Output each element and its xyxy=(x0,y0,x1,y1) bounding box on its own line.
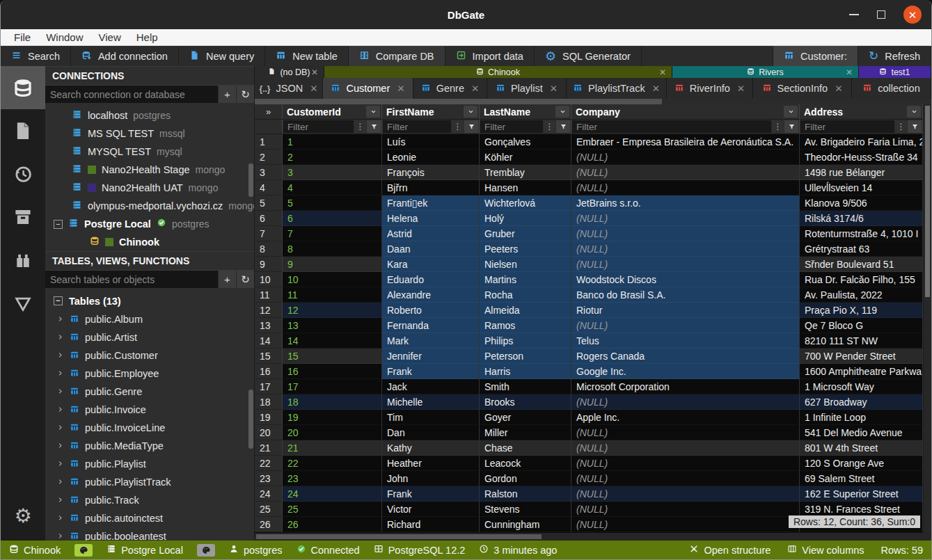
filter-funnel-button[interactable] xyxy=(367,120,381,133)
cell-company[interactable]: Banco do Brasil S.A. xyxy=(571,287,800,303)
close-icon[interactable]: ✕ xyxy=(652,83,660,94)
connections-search-input[interactable] xyxy=(45,86,218,103)
row-number[interactable]: 17 xyxy=(255,379,283,394)
close-icon[interactable]: ✕ xyxy=(471,83,479,94)
close-icon[interactable]: ✕ xyxy=(737,83,745,94)
cell-first[interactable]: Richard xyxy=(382,517,480,532)
cell-id[interactable]: 22 xyxy=(283,456,382,471)
statusbar-open-structure[interactable]: Open structure xyxy=(689,544,771,556)
table-item[interactable]: public.autoinctest xyxy=(45,509,254,527)
cell-address[interactable]: 541 Del Medio Avenue xyxy=(800,425,923,440)
column-header-customerid[interactable]: CustomerId xyxy=(283,104,382,119)
cell-id[interactable]: 5 xyxy=(283,195,382,211)
rail-history-icon[interactable] xyxy=(1,152,45,195)
cell-address[interactable]: Sřnder Boulevard 51 xyxy=(800,257,923,272)
cell-first[interactable]: Leonie xyxy=(382,150,480,165)
row-number[interactable]: 11 xyxy=(255,287,283,303)
filter-funnel-button[interactable] xyxy=(784,120,798,133)
cell-first[interactable]: John xyxy=(382,471,480,486)
connection-item[interactable]: MYSQL TESTmysql xyxy=(45,143,254,161)
cell-address[interactable]: Av. Brigadeiro Faria Lima, 2 xyxy=(800,134,923,150)
menu-window[interactable]: Window xyxy=(38,29,90,46)
row-number[interactable]: 23 xyxy=(255,471,283,486)
grid-vscrollbar-thumb[interactable] xyxy=(925,106,930,297)
row-number[interactable]: 24 xyxy=(255,486,283,502)
cell-id[interactable]: 3 xyxy=(283,165,382,180)
cell-last[interactable]: Peterson xyxy=(480,349,571,364)
cell-first[interactable]: Kathy xyxy=(382,440,480,456)
row-number[interactable]: 14 xyxy=(255,333,283,349)
table-item[interactable]: public.MediaType xyxy=(45,437,254,455)
cell-id[interactable]: 11 xyxy=(283,287,382,303)
cell-last[interactable]: Hansen xyxy=(480,180,571,195)
toolbar-add-connection-button[interactable]: Add connection xyxy=(71,46,179,66)
filter-funnel-button[interactable] xyxy=(556,120,570,133)
rail-triangle-icon[interactable] xyxy=(1,282,45,325)
cell-last[interactable]: Tremblay xyxy=(480,165,571,180)
connections-scrollbar[interactable] xyxy=(248,163,253,197)
cell-address[interactable]: Rua Dr. Falcăo Filho, 155 xyxy=(800,272,923,287)
close-icon[interactable]: ✕ xyxy=(835,83,842,94)
tab-scrollbar-thumb[interactable] xyxy=(255,99,662,104)
row-number[interactable]: 12 xyxy=(255,303,283,318)
tables-scrollbar[interactable] xyxy=(248,390,253,449)
rail-archive-icon[interactable] xyxy=(1,195,45,239)
tab-riverinfo[interactable]: RiverInfo✕ xyxy=(667,78,753,99)
cell-company[interactable]: (NULL) xyxy=(571,425,800,440)
row-number[interactable]: 16 xyxy=(255,364,283,379)
cell-first[interactable]: Jennifer xyxy=(382,349,480,364)
cell-company[interactable]: Rogers Canada xyxy=(571,349,800,364)
cell-first[interactable]: Frank xyxy=(382,486,480,502)
table-item[interactable]: public.Album xyxy=(45,310,254,328)
cell-address[interactable]: Rotenturmstraße 4, 1010 I xyxy=(800,226,923,241)
cell-id[interactable]: 24 xyxy=(283,486,382,502)
table-item[interactable]: public.PlaylistTrack xyxy=(45,473,254,491)
column-header-address[interactable]: Address xyxy=(800,104,923,119)
cell-id[interactable]: 21 xyxy=(283,440,382,456)
table-item[interactable]: public.Employee xyxy=(45,365,254,383)
connection-item[interactable]: Nano2Health Stagemongo xyxy=(45,161,254,179)
cell-id[interactable]: 12 xyxy=(283,303,382,318)
row-number[interactable]: 19 xyxy=(255,410,283,425)
tab-group-test1[interactable]: test1 xyxy=(859,66,931,78)
add-table-button[interactable]: + xyxy=(218,271,236,288)
cell-first[interactable]: François xyxy=(382,165,480,180)
cell-address[interactable]: Klanova 9/506 xyxy=(800,195,923,211)
cell-address[interactable]: Ullevĺlsveien 14 xyxy=(800,180,923,195)
connection-item[interactable]: localhostpostgres xyxy=(45,106,254,125)
cell-address[interactable]: 1 Microsoft Way xyxy=(800,379,923,394)
toolbar-customer--button[interactable]: Customer: xyxy=(773,46,858,66)
cell-company[interactable]: (NULL) xyxy=(571,440,800,456)
cell-id[interactable]: 14 xyxy=(283,333,382,349)
cell-company[interactable]: (NULL) xyxy=(571,471,800,486)
grid-hscrollbar-thumb[interactable] xyxy=(256,534,542,539)
toolbar-import-data-button[interactable]: Import data xyxy=(445,46,535,66)
close-button[interactable]: ✕ xyxy=(903,6,922,24)
cell-first[interactable]: Eduardo xyxy=(382,272,480,287)
cell-last[interactable]: Wichterlová xyxy=(480,195,571,211)
cell-address[interactable]: Av. Paulista, 2022 xyxy=(800,287,923,303)
cell-last[interactable]: Brooks xyxy=(480,394,571,410)
cell-company[interactable]: Embraer - Empresa Brasileira de Aeronáut… xyxy=(571,134,800,150)
connection-item[interactable]: −Postgre Localpostgres xyxy=(45,215,254,233)
cell-address[interactable]: 120 S Orange Ave xyxy=(800,456,923,471)
cell-id[interactable]: 10 xyxy=(283,272,382,287)
column-header-company[interactable]: Company xyxy=(571,104,800,119)
tab-playlist[interactable]: Playlist✕ xyxy=(487,78,567,99)
tab-group-chinook[interactable]: Chinook✕ xyxy=(324,66,672,78)
refresh-connections-button[interactable]: ↻ xyxy=(236,86,254,103)
tab-group--no-db-[interactable]: (no DB)✕ xyxy=(255,66,324,78)
column-menu-button[interactable] xyxy=(366,106,380,118)
tables-search-input[interactable] xyxy=(45,271,218,288)
filter-input[interactable] xyxy=(800,120,894,133)
toolbar-sql-generator-button[interactable]: ⚙SQL Generator xyxy=(535,46,642,66)
cell-company[interactable]: Riotur xyxy=(571,303,800,318)
cell-last[interactable]: Nielsen xyxy=(480,257,571,272)
cell-id[interactable]: 8 xyxy=(283,241,382,257)
cell-id[interactable]: 17 xyxy=(283,379,382,394)
row-number[interactable]: 3 xyxy=(255,165,283,180)
row-number[interactable]: 22 xyxy=(255,456,283,471)
row-number[interactable]: 9 xyxy=(255,257,283,272)
row-number[interactable]: 21 xyxy=(255,440,283,456)
close-icon[interactable]: ✕ xyxy=(659,67,666,77)
